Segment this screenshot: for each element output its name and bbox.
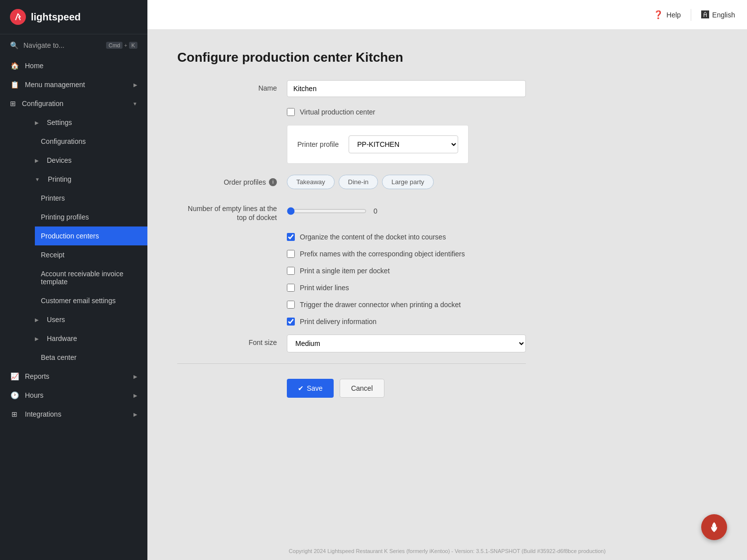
production-centers-label: Production centers (41, 232, 99, 240)
footer-text: Copyright 2024 Lightspeed Restaurant K S… (289, 548, 606, 554)
order-profiles-info-icon[interactable]: i (269, 178, 277, 186)
sidebar-item-settings[interactable]: ▶ Settings (25, 113, 147, 132)
save-icon: ✔ (298, 384, 304, 392)
home-label: Home (25, 62, 43, 70)
chevron-down-icon: ▼ (132, 101, 137, 107)
sidebar-item-configurations[interactable]: Configurations (25, 132, 147, 151)
single-item-checkbox-row: Print a single item per docket (177, 267, 526, 275)
name-input[interactable] (287, 80, 526, 97)
slider-label: Number of empty lines at the top of dock… (177, 200, 277, 222)
font-size-field: Small Medium Large (287, 335, 526, 352)
name-field (287, 80, 526, 97)
printer-profile-select[interactable]: PP-KITCHEN PP-BAR PP-DEFAULT (349, 135, 458, 153)
sidebar-item-devices[interactable]: ▶ Devices (25, 151, 147, 170)
font-size-select[interactable]: Small Medium Large (287, 335, 526, 352)
language-label: English (712, 11, 735, 19)
prefix-checkbox[interactable] (287, 250, 295, 258)
sidebar-item-production-centers[interactable]: Production centers (35, 226, 147, 245)
sidebar-item-hardware[interactable]: ▶ Hardware (25, 329, 147, 348)
order-tag-large-party[interactable]: Large party (382, 175, 434, 189)
menu-icon: 📋 (10, 81, 19, 89)
nav-search[interactable]: 🔍 Navigate to... Cmd + K (0, 34, 147, 56)
lightspeed-logo-icon (10, 9, 26, 25)
home-icon: 🏠 (10, 62, 19, 70)
slider-container: 0 (287, 207, 377, 215)
sidebar-item-menu-management[interactable]: 📋 Menu management ▶ (0, 75, 147, 94)
single-item-checkbox[interactable] (287, 267, 295, 275)
order-tag-takeaway[interactable]: Takeaway (287, 175, 335, 189)
sidebar-item-hours[interactable]: 🕐 Hours ▶ (0, 386, 147, 405)
sidebar-item-printers[interactable]: Printers (35, 189, 147, 208)
topbar: ❓ Help 🅰 English (147, 0, 747, 30)
help-icon: ❓ (653, 10, 663, 19)
sidebar-item-integrations[interactable]: ⊞ Integrations ▶ (0, 405, 147, 424)
brand-name: lightspeed (31, 11, 81, 23)
courses-label: Organize the content of the docket into … (300, 233, 446, 241)
font-size-label: Font size (177, 335, 277, 346)
sidebar-logo: lightspeed (0, 0, 147, 34)
wider-lines-label: Print wider lines (300, 284, 349, 292)
name-label: Name (177, 80, 277, 92)
plus-sign: + (124, 42, 127, 48)
sidebar-item-customer-email[interactable]: Customer email settings (35, 291, 147, 310)
sidebar-item-receipt[interactable]: Receipt (35, 245, 147, 264)
order-profiles-label: Order profiles i (177, 178, 277, 186)
chevron-right-icon: ▶ (133, 412, 137, 417)
devices-label: Devices (47, 156, 72, 164)
sidebar-item-beta-center[interactable]: Beta center (25, 348, 147, 367)
printing-label: Printing (48, 175, 71, 183)
order-tags-group: Takeaway Dine-in Large party (287, 175, 434, 189)
virtual-checkbox[interactable] (287, 108, 295, 116)
chevron-right-icon: ▶ (133, 393, 137, 398)
form-divider (177, 363, 526, 364)
font-size-row: Font size Small Medium Large (177, 335, 526, 352)
language-selector[interactable]: 🅰 English (701, 10, 735, 19)
sidebar-item-account-receivable[interactable]: Account receivable invoice template (35, 264, 147, 291)
configuration-label: Configuration (22, 100, 63, 108)
sidebar-item-reports[interactable]: 📈 Reports ▶ (0, 367, 147, 386)
chevron-right-icon: ▶ (35, 120, 39, 125)
form-container: Configure production center Kitchen Name… (177, 50, 526, 398)
content-area: Configure production center Kitchen Name… (147, 30, 747, 542)
prefix-checkbox-row: Prefix names with the corresponding obje… (177, 250, 526, 258)
delivery-checkbox[interactable] (287, 318, 295, 326)
cancel-label: Cancel (351, 384, 373, 392)
single-item-label: Print a single item per docket (300, 267, 390, 275)
sidebar: lightspeed 🔍 Navigate to... Cmd + K 🏠 Ho… (0, 0, 147, 560)
printer-profile-overlay-wrapper: Printer profile PP-KITCHEN PP-BAR PP-DEF… (177, 125, 526, 164)
delivery-checkbox-row: Print delivery information (177, 318, 526, 326)
chevron-right-icon: ▶ (35, 317, 39, 323)
save-label: Save (307, 384, 323, 392)
topbar-divider (691, 9, 691, 21)
help-button[interactable]: ❓ Help (653, 10, 681, 19)
drawer-checkbox-row: Trigger the drawer connector when printi… (177, 301, 526, 309)
delivery-label: Print delivery information (300, 318, 376, 326)
wider-lines-checkbox[interactable] (287, 284, 295, 292)
order-tag-dine-in[interactable]: Dine-in (339, 175, 378, 189)
k-key: K (129, 42, 137, 49)
buttons-row: ✔ Save Cancel (177, 379, 526, 398)
hardware-label: Hardware (47, 335, 77, 342)
configuration-icon: ⊞ (10, 100, 16, 108)
settings-label: Settings (47, 118, 72, 126)
printing-submenu: Printers Printing profiles Production ce… (25, 189, 147, 310)
sidebar-item-home[interactable]: 🏠 Home (0, 56, 147, 75)
fab-button[interactable] (701, 514, 727, 540)
sidebar-item-users[interactable]: ▶ Users (25, 310, 147, 329)
save-button[interactable]: ✔ Save (287, 379, 334, 398)
customer-email-label: Customer email settings (41, 297, 116, 305)
sidebar-item-printing-profiles[interactable]: Printing profiles (35, 208, 147, 226)
cancel-button[interactable]: Cancel (340, 379, 384, 398)
nav-search-label: Navigate to... (23, 41, 65, 49)
sidebar-item-configuration[interactable]: ⊞ Configuration ▼ (0, 94, 147, 113)
drawer-label: Trigger the drawer connector when printi… (300, 301, 461, 309)
drawer-checkbox[interactable] (287, 301, 295, 309)
menu-management-label: Menu management (25, 81, 85, 89)
sidebar-item-printing[interactable]: ▼ Printing (25, 170, 147, 189)
hours-label: Hours (25, 391, 43, 399)
empty-lines-slider[interactable] (287, 207, 367, 215)
search-icon: 🔍 (10, 41, 18, 49)
courses-checkbox[interactable] (287, 233, 295, 241)
receipt-label: Receipt (41, 251, 64, 259)
main-panel: ❓ Help 🅰 English Configure production ce… (147, 0, 747, 560)
